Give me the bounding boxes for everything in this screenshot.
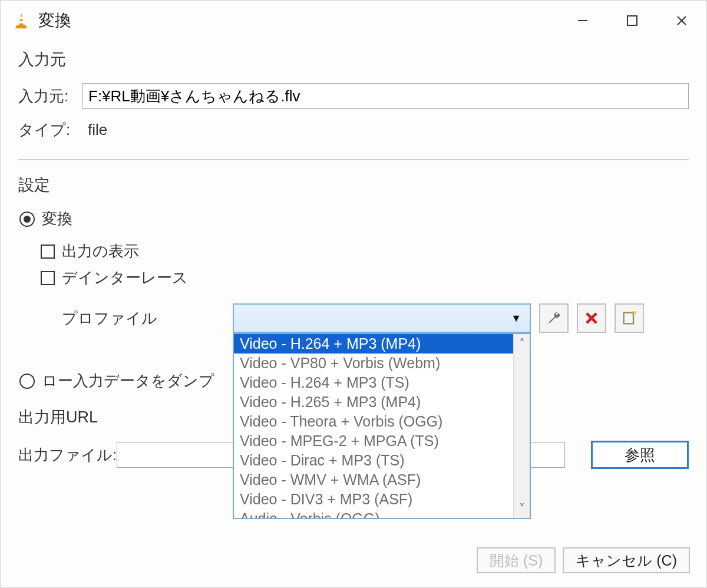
checkbox-icon	[41, 271, 55, 285]
deinterlace-checkbox[interactable]: デインターレース	[41, 267, 689, 288]
svg-marker-3	[15, 25, 28, 29]
dialog-content: 入力元 入力元: タイプ: file 設定 変換 出力の表示	[1, 41, 706, 477]
minimize-icon	[576, 14, 590, 28]
delete-profile-button[interactable]	[577, 303, 606, 333]
type-label: タイプ:	[18, 120, 82, 140]
cancel-button-label: キャンセル (C)	[576, 551, 677, 570]
settings-group-label: 設定	[18, 174, 689, 196]
browse-button[interactable]: 参照	[591, 441, 689, 469]
convert-options: 出力の表示 デインターレース プロファイル ▼ Video - H.264	[18, 241, 689, 333]
svg-rect-10	[624, 313, 633, 324]
dialog-footer: 開始 (S) キャンセル (C)	[1, 538, 706, 587]
profile-option[interactable]: Video - MPEG-2 + MPGA (TS)	[234, 431, 513, 451]
checkbox-icon	[41, 245, 55, 259]
profile-option[interactable]: Video - DIV3 + MP3 (ASF)	[234, 490, 513, 509]
minimize-button[interactable]	[558, 1, 607, 41]
source-field-label: 入力元:	[18, 86, 82, 107]
close-button[interactable]	[657, 1, 706, 41]
profile-dropdown-list: Video - H.264 + MP3 (MP4) Video - VP80 +…	[233, 333, 531, 519]
profile-combo-wrap: ▼ Video - H.264 + MP3 (MP4) Video - VP80…	[233, 303, 531, 333]
source-input[interactable]	[82, 83, 689, 109]
profile-option[interactable]: Video - Dirac + MP3 (TS)	[234, 451, 513, 470]
svg-rect-1	[19, 16, 24, 19]
profile-option[interactable]: Video - Theora + Vorbis (OGG)	[234, 412, 513, 431]
titlebar[interactable]: 変換	[1, 1, 706, 41]
wrench-icon	[546, 310, 562, 326]
start-button-label: 開始 (S)	[490, 551, 543, 570]
window-controls	[558, 1, 706, 41]
profile-option[interactable]: Video - WMV + WMA (ASF)	[234, 470, 513, 490]
maximize-button[interactable]	[607, 1, 657, 41]
profile-row: プロファイル ▼ Video - H.264 + MP3 (MP4) Video…	[41, 303, 689, 333]
show-output-checkbox[interactable]: 出力の表示	[41, 241, 689, 262]
deinterlace-label: デインターレース	[62, 267, 188, 288]
convert-radio[interactable]: 変換	[18, 209, 689, 229]
scroll-down-icon: ˅	[519, 501, 525, 516]
window-title: 変換	[38, 9, 71, 32]
settings-group: 設定 変換 出力の表示 デインターレース プロファイル	[18, 174, 689, 391]
dump-radio-label: ロー入力データをダンプ	[42, 371, 214, 391]
type-value: file	[82, 121, 107, 139]
convert-radio-label: 変換	[42, 209, 72, 229]
delete-icon	[583, 310, 600, 326]
start-button[interactable]: 開始 (S)	[477, 547, 556, 573]
new-profile-button[interactable]	[615, 303, 644, 333]
chevron-down-icon: ▼	[511, 312, 521, 325]
dropdown-scrollbar[interactable]: ˄ ˅	[513, 334, 530, 518]
source-group-label: 入力元	[18, 49, 689, 70]
browse-button-label: 参照	[625, 445, 655, 465]
profile-option[interactable]: Video - VP80 + Vorbis (Webm)	[234, 354, 513, 373]
type-row: タイプ: file	[18, 120, 689, 140]
new-profile-icon	[621, 310, 637, 326]
profile-label: プロファイル	[62, 308, 233, 329]
scroll-up-icon: ˄	[519, 336, 525, 351]
source-group: 入力元 入力元: タイプ: file	[18, 49, 689, 160]
convert-dialog: 変換 入力元 入力元: タイプ: file 設定	[0, 0, 707, 588]
output-file-label: 出力ファイル:	[18, 445, 117, 465]
close-icon	[675, 14, 688, 27]
profile-option[interactable]: Video - H.264 + MP3 (MP4)	[234, 334, 513, 354]
profile-option[interactable]: Audio - Vorbis (OGG)	[234, 509, 513, 518]
show-output-label: 出力の表示	[62, 241, 139, 262]
vlc-icon	[12, 12, 30, 29]
svg-rect-5	[627, 16, 637, 25]
maximize-icon	[626, 14, 639, 27]
radio-icon	[19, 374, 35, 389]
svg-rect-2	[18, 21, 24, 24]
cancel-button[interactable]: キャンセル (C)	[563, 547, 690, 573]
profile-dropdown[interactable]: ▼	[233, 303, 531, 333]
profile-option[interactable]: Video - H.264 + MP3 (TS)	[234, 373, 513, 392]
profile-option[interactable]: Video - H.265 + MP3 (MP4)	[234, 392, 513, 412]
source-row: 入力元:	[18, 83, 689, 109]
radio-icon	[19, 212, 35, 227]
edit-profile-button[interactable]	[539, 303, 569, 333]
